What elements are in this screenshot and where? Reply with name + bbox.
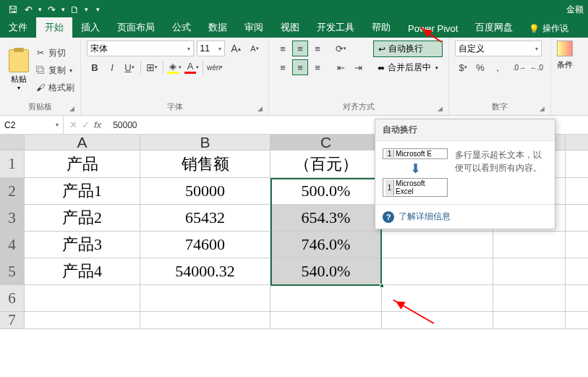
decrease-decimal-button[interactable]: ←.0 [529,59,545,75]
redo-dropdown[interactable]: ▾ [59,1,67,17]
tab-view[interactable]: 视图 [272,17,308,38]
row-header-3[interactable]: 3 [0,205,25,231]
tab-file[interactable]: 文件 [0,17,36,38]
qat-customize[interactable]: ▾ [94,1,101,17]
font-launcher-icon[interactable]: ◢ [257,105,263,112]
merge-center-button[interactable]: ⬌合并后居中▾ [373,60,443,75]
cell-B1[interactable]: 销售额 [140,151,270,177]
cell-B3[interactable]: 65432 [140,205,270,231]
cell-C2[interactable]: 500.0% [270,178,382,204]
accounting-format-button[interactable]: $▾ [455,59,471,75]
clipboard-launcher-icon[interactable]: ◢ [69,105,74,112]
phonetic-button[interactable]: wén▾ [206,59,223,75]
font-color-button[interactable]: A▾ [184,59,200,75]
number-format-select[interactable]: 自定义▾ [455,41,542,56]
name-box[interactable]: C2▾ [0,116,64,134]
italic-button[interactable]: I [104,59,120,75]
cell-B7[interactable] [140,312,270,329]
preview-dropdown[interactable]: ▾ [82,1,90,17]
copy-button[interactable]: ⿻复制▾ [35,62,74,78]
tab-help[interactable]: 帮助 [363,17,399,38]
tab-formulas[interactable]: 公式 [163,17,200,38]
cell-C4[interactable]: 746.0% [270,232,382,258]
decrease-indent-button[interactable]: ⇤ [333,59,349,75]
cut-button[interactable]: ✂剪切 [35,45,74,61]
format-painter-button[interactable]: 🖌格式刷 [35,80,74,96]
cell-D4[interactable] [382,232,493,258]
cell-E6[interactable] [493,285,566,311]
alignment-launcher-icon[interactable]: ◢ [438,105,443,112]
undo-dropdown[interactable]: ▾ [36,1,43,17]
col-header-A[interactable]: A [25,135,140,150]
cancel-formula-icon[interactable]: ✕ [69,119,77,130]
cell-A1[interactable]: 产品 [25,151,140,177]
tell-me[interactable]: 操作说 [542,22,568,35]
tooltip-more-info-link[interactable]: ? 了解详细信息 [375,204,555,229]
align-right-button[interactable]: ≡ [310,59,325,75]
tab-insert[interactable]: 插入 [72,17,108,38]
wrap-text-button[interactable]: ↩自动换行 [373,41,443,57]
align-left-button[interactable]: ≡ [275,59,291,75]
tab-developer[interactable]: 开发工具 [308,17,363,38]
cell-C7[interactable] [270,312,382,329]
cell-B6[interactable] [140,285,270,311]
increase-font-button[interactable]: A▴ [228,41,244,56]
cell-C1[interactable]: （百元） [270,151,382,177]
undo-icon[interactable]: ↶ [20,1,36,17]
align-middle-button[interactable]: ≡ [292,41,308,56]
align-bottom-button[interactable]: ≡ [310,41,325,56]
preview-icon[interactable]: 🗋 [67,1,82,17]
cell-B4[interactable]: 74600 [140,232,270,258]
row-header-6[interactable]: 6 [0,285,25,311]
underline-button[interactable]: U▾ [122,59,137,75]
cell-A2[interactable]: 产品1 [25,178,140,204]
cell-D5[interactable] [382,258,493,284]
cell-A5[interactable]: 产品4 [25,258,140,284]
col-header-B[interactable]: B [140,135,270,150]
cell-E5[interactable] [493,258,566,284]
font-name-select[interactable]: 宋体▾ [87,41,194,56]
font-size-select[interactable]: 11▾ [197,41,225,56]
cell-A3[interactable]: 产品2 [25,205,140,231]
comma-format-button[interactable]: , [490,59,506,75]
row-header-1[interactable]: 1 [0,151,25,177]
col-header-C[interactable]: C [270,135,382,150]
redo-icon[interactable]: ↷ [43,1,59,17]
fill-handle[interactable] [380,284,384,288]
borders-button[interactable]: ⊞▾ [144,59,160,75]
tab-review[interactable]: 审阅 [236,17,272,38]
save-icon[interactable]: 🖫 [4,1,20,17]
orientation-button[interactable]: ⟳▾ [333,41,349,56]
decrease-font-button[interactable]: A▾ [247,41,263,56]
tab-home[interactable]: 开始 [36,17,72,38]
increase-indent-button[interactable]: ⇥ [350,59,366,75]
number-launcher-icon[interactable]: ◢ [540,105,545,112]
paste-button[interactable]: 粘贴 ▾ [6,49,32,91]
row-header-2[interactable]: 2 [0,178,25,204]
cell-C5[interactable]: 540.0% [270,258,382,284]
cell-E7[interactable] [493,312,566,329]
cell-C6[interactable] [270,285,382,311]
cell-C3[interactable]: 654.3% [270,205,382,231]
increase-decimal-button[interactable]: .0→ [511,59,527,75]
row-header-4[interactable]: 4 [0,232,25,258]
cell-B5[interactable]: 54000.32 [140,258,270,284]
cell-A4[interactable]: 产品3 [25,232,140,258]
row-header-5[interactable]: 5 [0,258,25,284]
cell-E4[interactable] [493,232,566,258]
insert-function-button[interactable]: fx [94,119,101,130]
enter-formula-icon[interactable]: ✓ [82,119,90,130]
conditional-format-icon[interactable] [557,41,573,56]
align-top-button[interactable]: ≡ [275,41,291,56]
cell-D7[interactable] [382,312,493,329]
bold-button[interactable]: B [87,59,103,75]
tab-page-layout[interactable]: 页面布局 [108,17,163,38]
row-header-7[interactable]: 7 [0,312,25,329]
fill-color-button[interactable]: ◈▾ [166,59,182,75]
select-all-corner[interactable] [0,135,25,150]
tab-data[interactable]: 数据 [200,17,236,38]
align-center-button[interactable]: ≡ [292,59,308,75]
percent-format-button[interactable]: % [472,59,488,75]
cell-B2[interactable]: 50000 [140,178,270,204]
cell-A7[interactable] [25,312,140,329]
